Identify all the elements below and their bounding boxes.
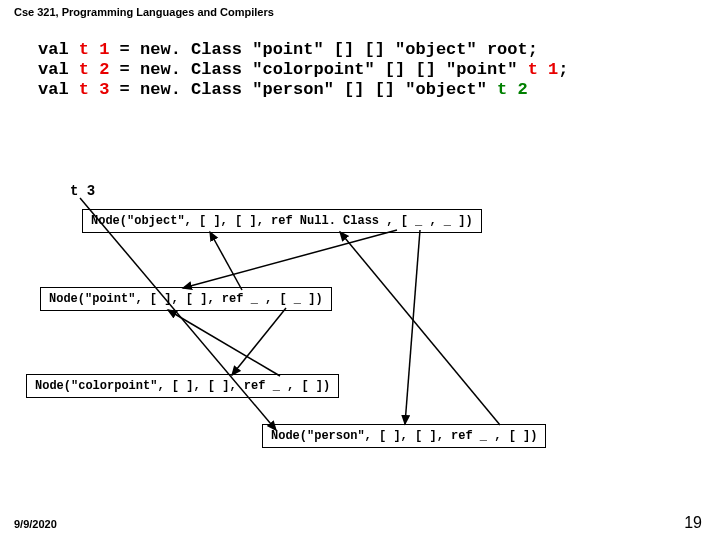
svg-line-6 (340, 232, 500, 425)
code-var-t1: t 1 (79, 40, 110, 59)
svg-line-2 (405, 230, 420, 424)
node-object: Node("object", [ ], [ ], ref Null. Class… (82, 209, 482, 233)
code-kw: val (38, 80, 79, 99)
code-var-t3: t 3 (79, 80, 110, 99)
slide-header: Cse 321, Programming Languages and Compi… (14, 6, 274, 18)
code-block: val t 1 = new. Class "point" [] [] "obje… (38, 40, 569, 100)
code-rest2b: ; (558, 60, 568, 79)
code-rest2a: = new. Class "colorpoint" [] [] "point" (109, 60, 527, 79)
svg-line-3 (210, 232, 242, 290)
svg-line-1 (183, 230, 397, 288)
code-tail-t2: t 2 (497, 80, 528, 99)
code-kw: val (38, 40, 79, 59)
node-person: Node("person", [ ], [ ], ref _ , [ ]) (262, 424, 546, 448)
node-colorpoint: Node("colorpoint", [ ], [ ], ref _ , [ ]… (26, 374, 339, 398)
t3-pointer-label: t 3 (70, 183, 95, 199)
code-kw: val (38, 60, 79, 79)
code-var-t2: t 2 (79, 60, 110, 79)
code-tail-t1: t 1 (528, 60, 559, 79)
code-rest3a: = new. Class "person" [] [] "object" (109, 80, 497, 99)
svg-line-5 (168, 310, 280, 376)
svg-line-4 (232, 308, 286, 375)
footer-date: 9/9/2020 (14, 518, 57, 530)
node-point: Node("point", [ ], [ ], ref _ , [ _ ]) (40, 287, 332, 311)
footer-page-number: 19 (684, 514, 702, 532)
code-rest1: = new. Class "point" [] [] "object" root… (109, 40, 537, 59)
